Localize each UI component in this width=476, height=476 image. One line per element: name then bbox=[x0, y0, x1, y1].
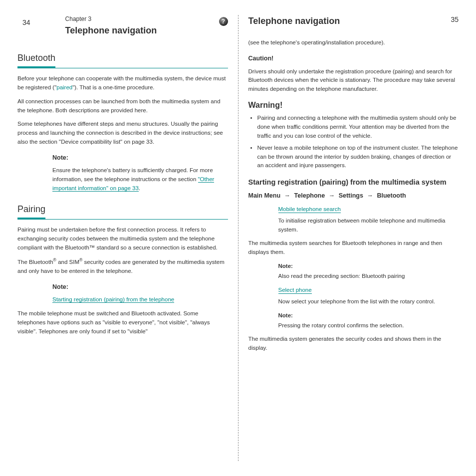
note-link[interactable]: Starting registration (pairing) from the… bbox=[52, 295, 228, 304]
page-number-right: 35 bbox=[451, 15, 459, 25]
breadcrumb: Main Menu → Telephone → Settings → Bluet… bbox=[248, 192, 459, 201]
section-title-bluetooth: Bluetooth bbox=[17, 52, 55, 68]
chapter-number: Chapter 3 bbox=[65, 15, 214, 23]
right-section-title: Starting registration (pairing) from the… bbox=[248, 177, 459, 187]
note-label: Note: bbox=[52, 154, 228, 163]
body-text: All connection processes can be launched… bbox=[17, 97, 228, 115]
arrow-right-icon: → bbox=[367, 192, 373, 199]
body-text: The multimedia system generates the secu… bbox=[248, 335, 459, 353]
warning-bullet: Never leave a mobile telephone on top of… bbox=[250, 144, 459, 170]
menu-item-select-phone[interactable]: Select phone bbox=[278, 287, 312, 294]
note-label: Note: bbox=[278, 311, 459, 319]
note-text: Pressing the rotary control confirms the… bbox=[278, 321, 459, 330]
menu-desc: Now select your telephone from the list … bbox=[278, 297, 459, 306]
body-text: Pairing must be undertaken before the fi… bbox=[17, 226, 228, 252]
warning-title: Warning! bbox=[248, 100, 459, 111]
caution-title: Caution! bbox=[248, 54, 459, 63]
help-icon[interactable]: ? bbox=[219, 17, 228, 26]
body-text: The multimedia system searches for Bluet… bbox=[248, 239, 459, 257]
note-label: Note: bbox=[52, 283, 228, 292]
page-number-left: 34 bbox=[22, 18, 30, 28]
note-label: Note: bbox=[278, 262, 459, 270]
menu-desc: To initialise registration between mobil… bbox=[278, 217, 459, 235]
chapter-title-left: Telephone navigation bbox=[65, 24, 214, 37]
column-divider bbox=[238, 15, 238, 461]
section-title-pairing: Pairing bbox=[17, 203, 45, 219]
arrow-right-icon: → bbox=[284, 192, 291, 199]
body-text: Before your telephone can cooperate with… bbox=[17, 74, 228, 92]
chapter-title-right: Telephone navigation bbox=[248, 15, 340, 27]
body-text: The Bluetooth® and SIM® security codes a… bbox=[17, 257, 228, 275]
body-text: The mobile telephone must be switched an… bbox=[17, 309, 228, 336]
note-text: Ensure the telephone's battery is suffic… bbox=[52, 166, 228, 193]
body-text: (see the telephone's operating/installat… bbox=[248, 38, 459, 47]
warning-bullet: Pairing and connecting a telephone with … bbox=[250, 114, 459, 140]
arrow-right-icon: → bbox=[329, 192, 335, 199]
body-text: Some telephones have different steps and… bbox=[17, 120, 228, 146]
caution-text: Drivers should only undertake the regist… bbox=[248, 67, 459, 94]
menu-item-mobile-search[interactable]: Mobile telephone search bbox=[278, 206, 341, 213]
note-text: Also read the preceding section: Bluetoo… bbox=[278, 272, 459, 281]
